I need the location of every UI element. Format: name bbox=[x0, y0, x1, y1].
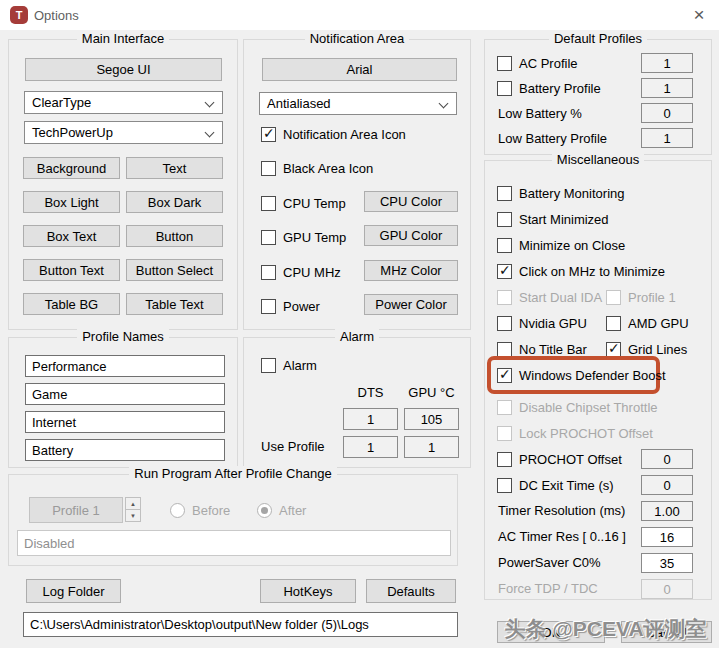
checkbox-icon bbox=[497, 56, 512, 71]
checkbox-icon bbox=[261, 127, 276, 142]
minimize-on-close-checkbox[interactable]: Minimize on Close bbox=[497, 237, 625, 254]
profile-name-1-input[interactable]: Performance bbox=[25, 355, 225, 377]
low-battery-pct-value[interactable]: 0 bbox=[641, 103, 693, 123]
battery-profile-value[interactable]: 1 bbox=[641, 78, 693, 98]
powersaver-c0-label: PowerSaver C0% bbox=[498, 555, 601, 570]
alarm-dts-value[interactable]: 1 bbox=[343, 408, 398, 430]
dc-exit-time-checkbox[interactable]: DC Exit Time (s) bbox=[497, 477, 614, 494]
group-run-program: Run Program After Profile Change Profile… bbox=[8, 474, 458, 566]
cpu-mhz-checkbox[interactable]: CPU MHz bbox=[261, 264, 341, 281]
windows-defender-boost-checkbox[interactable]: Windows Defender Boost bbox=[497, 367, 666, 384]
profile-name-2-input[interactable]: Game bbox=[25, 383, 225, 405]
group-notification-area: Notification Area Arial Antialiased Noti… bbox=[243, 39, 471, 330]
radio-icon bbox=[257, 503, 272, 518]
prochot-offset-checkbox[interactable]: PROCHOT Offset bbox=[497, 451, 622, 468]
start-dual-ida-checkbox: Start Dual IDA bbox=[497, 289, 602, 306]
text-color-button[interactable]: Text bbox=[126, 157, 223, 179]
defaults-button[interactable]: Defaults bbox=[366, 579, 456, 603]
notification-area-icon-checkbox[interactable]: Notification Area Icon bbox=[261, 126, 406, 143]
font-button[interactable]: Segoe UI bbox=[25, 58, 222, 81]
mhz-color-button[interactable]: MHz Color bbox=[364, 260, 458, 281]
group-title: Profile Names bbox=[9, 329, 237, 344]
dropdown-value: ClearType bbox=[32, 95, 91, 110]
spinner-down-icon[interactable]: ▼ bbox=[125, 509, 141, 522]
force-tdp-tdc-label: Force TDP / TDC bbox=[498, 581, 598, 596]
black-area-icon-checkbox[interactable]: Black Area Icon bbox=[261, 160, 373, 177]
group-title: Main Interface bbox=[9, 31, 237, 46]
antialias-dropdown[interactable]: Antialiased bbox=[259, 92, 457, 115]
box-light-button[interactable]: Box Light bbox=[23, 191, 120, 213]
checkbox-icon bbox=[261, 161, 276, 176]
log-folder-button[interactable]: Log Folder bbox=[26, 579, 121, 603]
click-mhz-minimize-checkbox[interactable]: Click on MHz to Minimize bbox=[497, 263, 665, 280]
gpu-temp-checkbox[interactable]: GPU Temp bbox=[261, 229, 346, 246]
group-miscellaneous: Miscellaneous Battery Monitoring Start M… bbox=[484, 160, 712, 600]
font-smoothing-dropdown[interactable]: ClearType bbox=[24, 91, 223, 114]
cancel-button[interactable]: Cancel bbox=[621, 621, 712, 643]
gpu-color-button[interactable]: GPU Color bbox=[364, 225, 458, 246]
dropdown-value: TechPowerUp bbox=[32, 125, 113, 140]
alarm-checkbox[interactable]: Alarm bbox=[261, 357, 317, 374]
checkbox-icon bbox=[497, 290, 512, 305]
checkbox-icon bbox=[606, 342, 621, 357]
gpu-c-column-header: GPU °C bbox=[404, 385, 459, 400]
battery-profile-checkbox[interactable]: Battery Profile bbox=[497, 80, 601, 97]
ac-profile-checkbox[interactable]: AC Profile bbox=[497, 55, 578, 72]
group-default-profiles: Default Profiles AC Profile 1 Battery Pr… bbox=[484, 39, 712, 155]
checkbox-icon bbox=[497, 400, 512, 415]
checkbox-icon bbox=[497, 186, 512, 201]
group-alarm: Alarm Alarm DTS GPU °C 1 105 Use Profile… bbox=[243, 337, 471, 468]
checkbox-icon bbox=[497, 452, 512, 467]
button-text-button[interactable]: Button Text bbox=[23, 259, 120, 281]
no-title-bar-checkbox[interactable]: No Title Bar bbox=[497, 341, 587, 358]
start-minimized-checkbox[interactable]: Start Minimized bbox=[497, 211, 609, 228]
dual-ida-profile1-checkbox: Profile 1 bbox=[606, 289, 676, 306]
hotkeys-button[interactable]: HotKeys bbox=[260, 579, 356, 603]
close-icon[interactable]: × bbox=[687, 3, 711, 27]
use-profile-label: Use Profile bbox=[261, 439, 325, 454]
ac-profile-value[interactable]: 1 bbox=[641, 53, 693, 73]
cpu-color-button[interactable]: CPU Color bbox=[364, 191, 458, 212]
button-color-button[interactable]: Button bbox=[126, 225, 223, 247]
low-battery-profile-value[interactable]: 1 bbox=[641, 128, 693, 148]
checkbox-icon bbox=[497, 81, 512, 96]
box-dark-button[interactable]: Box Dark bbox=[126, 191, 223, 213]
box-text-button[interactable]: Box Text bbox=[23, 225, 120, 247]
profile-name-4-input[interactable]: Battery bbox=[25, 439, 225, 461]
group-profile-names: Profile Names Performance Game Internet … bbox=[8, 337, 238, 468]
low-battery-profile-label: Low Battery Profile bbox=[498, 131, 607, 146]
power-checkbox[interactable]: Power bbox=[261, 298, 320, 315]
use-profile-dts-value[interactable]: 1 bbox=[343, 436, 398, 458]
checkbox-icon bbox=[261, 358, 276, 373]
ok-button[interactable]: OK bbox=[497, 621, 605, 643]
chevron-down-icon bbox=[205, 98, 215, 108]
prochot-offset-value[interactable]: 0 bbox=[641, 449, 693, 469]
checkbox-icon bbox=[497, 368, 512, 383]
checkbox-icon bbox=[261, 299, 276, 314]
battery-monitoring-checkbox[interactable]: Battery Monitoring bbox=[497, 185, 625, 202]
log-path-field[interactable]: C:\Users\Administrator\Desktop\output\Ne… bbox=[23, 612, 458, 637]
ac-timer-res-value[interactable]: 16 bbox=[641, 527, 693, 547]
use-profile-gpu-value[interactable]: 1 bbox=[404, 436, 459, 458]
powersaver-c0-value[interactable]: 35 bbox=[641, 553, 693, 573]
title-bar: T Options × bbox=[0, 0, 719, 30]
table-text-button[interactable]: Table Text bbox=[126, 293, 223, 315]
table-bg-button[interactable]: Table BG bbox=[23, 293, 120, 315]
cpu-temp-checkbox[interactable]: CPU Temp bbox=[261, 195, 346, 212]
grid-lines-checkbox[interactable]: Grid Lines bbox=[606, 341, 687, 358]
alarm-gpu-value[interactable]: 105 bbox=[404, 408, 459, 430]
amd-gpu-checkbox[interactable]: AMD GPU bbox=[606, 315, 689, 332]
profile-spinner[interactable]: ▲ ▼ bbox=[125, 497, 141, 523]
button-select-button[interactable]: Button Select bbox=[126, 259, 223, 281]
profile-name-3-input[interactable]: Internet bbox=[25, 411, 225, 433]
timer-resolution-value[interactable]: 1.00 bbox=[641, 501, 693, 521]
checkbox-icon bbox=[261, 230, 276, 245]
theme-dropdown[interactable]: TechPowerUp bbox=[24, 121, 223, 144]
dc-exit-time-value[interactable]: 0 bbox=[641, 475, 693, 495]
dts-column-header: DTS bbox=[343, 385, 398, 400]
notification-font-button[interactable]: Arial bbox=[262, 58, 457, 81]
nvidia-gpu-checkbox[interactable]: Nvidia GPU bbox=[497, 315, 587, 332]
power-color-button[interactable]: Power Color bbox=[364, 294, 458, 315]
background-color-button[interactable]: Background bbox=[23, 157, 120, 179]
ac-timer-res-label: AC Timer Res [ 0..16 ] bbox=[498, 529, 626, 544]
